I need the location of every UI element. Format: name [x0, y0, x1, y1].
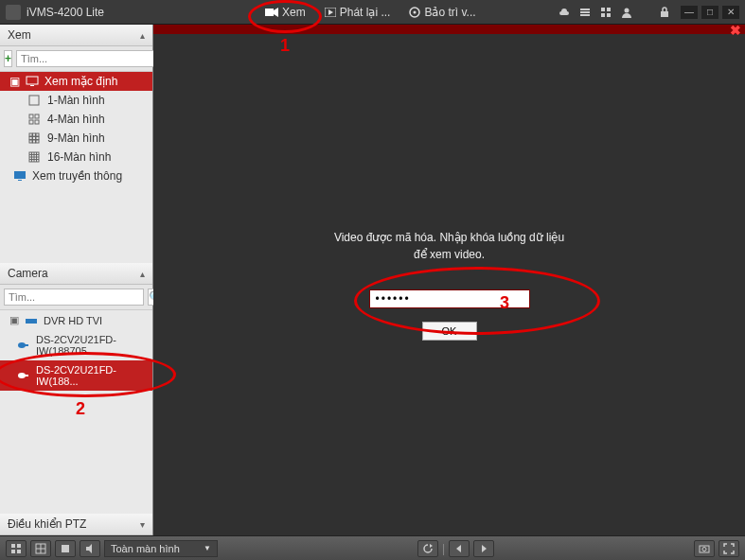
playback-icon: [325, 8, 336, 17]
svg-rect-9: [601, 8, 605, 11]
tree-traditional[interactable]: Xem truyền thông: [0, 166, 152, 185]
svg-rect-17: [29, 96, 39, 105]
svg-rect-46: [17, 544, 21, 548]
chevron-down-icon: ▾: [140, 519, 145, 530]
dialog-line1: Video được mã hóa. Nhập khóa luồng dữ li…: [334, 229, 564, 246]
layout-16[interactable]: 16-Màn hình: [0, 148, 152, 166]
fullscreen-combo-label: Toàn màn hình: [111, 543, 180, 554]
ok-button[interactable]: OK: [422, 322, 477, 341]
cloud-icon[interactable]: [558, 6, 571, 19]
chevron-down-icon: ▼: [204, 544, 211, 552]
svg-marker-1: [274, 8, 278, 17]
tree-root-label: Xem mặc định: [44, 75, 117, 88]
tab-maintenance[interactable]: Bảo trì v...: [399, 2, 485, 23]
tab-playback[interactable]: Phát lại ...: [315, 2, 400, 23]
group-header-view[interactable]: Xem ▴: [0, 25, 152, 46]
layout-9-label: 9-Màn hình: [47, 131, 105, 145]
group-header-camera[interactable]: Camera ▴: [0, 263, 152, 285]
layout-1[interactable]: 1-Màn hình: [0, 91, 152, 110]
fullscreen-combo[interactable]: Toàn màn hình ▼: [104, 540, 218, 557]
lock-icon[interactable]: [658, 6, 671, 19]
tab-view-label: Xem: [282, 6, 306, 19]
group-header-ptz[interactable]: Điều khiển PTZ ▾: [0, 514, 152, 535]
maximize-button[interactable]: □: [701, 6, 718, 19]
svg-rect-26: [33, 137, 36, 140]
user-icon[interactable]: [620, 6, 633, 19]
sidebar: Xem ▴ + 🔍 ▣ Xem mặc định 1-Màn hình 4-Mà…: [0, 25, 153, 535]
camera-device-icon: [17, 340, 30, 351]
cycle-button[interactable]: [417, 540, 438, 557]
group-camera-label: Camera: [8, 267, 48, 280]
monitor-icon: [26, 76, 39, 87]
svg-rect-10: [607, 8, 611, 11]
grid4-icon: [28, 114, 42, 125]
svg-rect-23: [33, 133, 36, 136]
svg-rect-12: [607, 13, 611, 17]
add-view-button[interactable]: +: [4, 50, 12, 67]
main-area: Xem ▴ + 🔍 ▣ Xem mặc định 1-Màn hình 4-Mà…: [0, 25, 745, 535]
layout-picker2-button[interactable]: [30, 540, 51, 557]
menu-icon[interactable]: [578, 6, 592, 19]
fullscreen-button[interactable]: [718, 540, 739, 557]
chevron-up-icon: ▴: [140, 269, 145, 279]
tree-root-default-view[interactable]: ▣ Xem mặc định: [0, 72, 152, 91]
close-panel-icon[interactable]: ✖: [730, 23, 741, 38]
layout-picker-button[interactable]: [6, 540, 27, 557]
svg-marker-54: [430, 544, 433, 548]
svg-rect-24: [36, 133, 39, 136]
svg-rect-8: [580, 14, 590, 16]
layout-16-label: 16-Màn hình: [47, 150, 111, 164]
svg-point-13: [625, 8, 630, 12]
view-search-row: + 🔍: [0, 46, 152, 72]
view-search-input[interactable]: [16, 50, 156, 67]
layout-4[interactable]: 4-Màn hình: [0, 110, 152, 129]
camera-tree: ▣ DVR HD TVI DS-2CV2U21FD-IW(188705... D…: [0, 310, 152, 391]
svg-point-58: [702, 547, 706, 551]
dvr-root[interactable]: ▣ DVR HD TVI: [0, 310, 152, 330]
grid9-icon: [28, 132, 42, 144]
close-button[interactable]: ✕: [722, 6, 739, 19]
tab-maintenance-label: Bảo trì v...: [424, 6, 475, 19]
svg-rect-47: [11, 550, 15, 553]
camera-device-icon: [17, 370, 30, 381]
svg-rect-16: [30, 85, 34, 86]
mute-button[interactable]: [80, 540, 100, 557]
svg-rect-11: [601, 13, 605, 17]
camera-item-1[interactable]: DS-2CV2U21FD-IW(188705...: [0, 330, 152, 360]
camera-search-input[interactable]: [4, 289, 144, 306]
stream-key-input[interactable]: [369, 289, 530, 308]
collapse-icon: ▣: [9, 314, 19, 326]
camera-icon: [265, 8, 278, 17]
systray: [558, 6, 671, 19]
stop-all-button[interactable]: [55, 540, 76, 557]
svg-rect-19: [35, 114, 39, 118]
video-body: Video được mã hóa. Nhập khóa luồng dữ li…: [153, 34, 745, 535]
camera-2-label: DS-2CV2U21FD-IW(188...: [36, 364, 145, 387]
svg-rect-45: [11, 544, 15, 548]
decrypt-dialog: Video được mã hóa. Nhập khóa luồng dữ li…: [334, 229, 564, 341]
prev-button[interactable]: [449, 540, 470, 557]
snapshot-button[interactable]: [694, 540, 715, 557]
collapse-icon: ▣: [9, 75, 20, 88]
next-button[interactable]: [473, 540, 494, 557]
grid-icon[interactable]: [599, 6, 612, 19]
group-ptz-label: Điều khiển PTZ: [8, 517, 86, 531]
app-title: iVMS-4200 Lite: [27, 6, 104, 19]
svg-rect-52: [62, 545, 69, 552]
svg-rect-42: [25, 344, 28, 346]
camera-item-2[interactable]: DS-2CV2U21FD-IW(188...: [0, 360, 152, 391]
svg-rect-39: [18, 180, 22, 181]
grid16-icon: [28, 151, 42, 163]
svg-point-41: [18, 342, 26, 348]
layout-9[interactable]: 9-Màn hình: [0, 129, 152, 148]
minimize-button[interactable]: —: [681, 6, 698, 19]
monitor-icon: [13, 170, 27, 182]
svg-rect-0: [265, 9, 274, 16]
layout-1-label: 1-Màn hình: [47, 94, 105, 107]
traditional-label: Xem truyền thông: [32, 169, 122, 183]
svg-rect-38: [14, 171, 26, 179]
svg-rect-14: [661, 11, 668, 17]
svg-rect-15: [27, 77, 38, 84]
tab-view[interactable]: Xem: [256, 2, 315, 23]
svg-marker-3: [328, 9, 333, 15]
